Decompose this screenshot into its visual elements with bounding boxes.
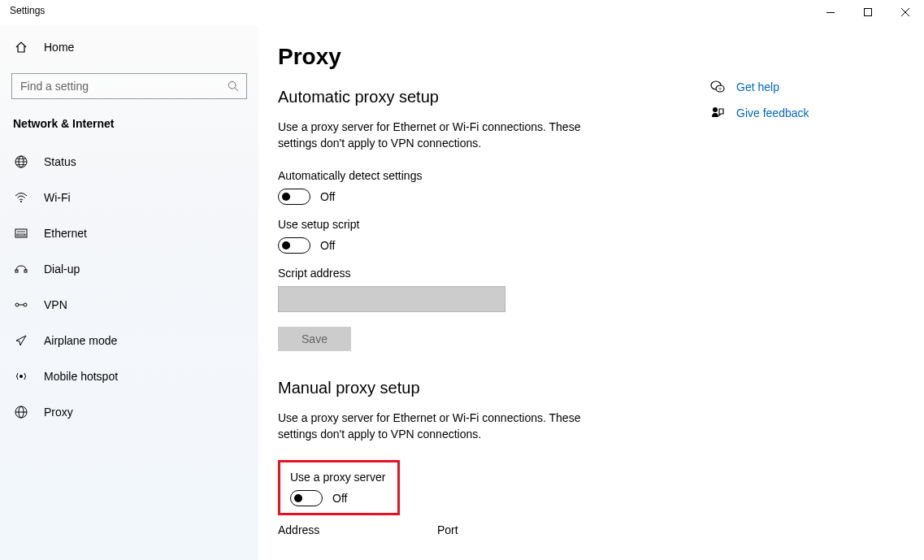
sidebar-item-label: Ethernet bbox=[44, 227, 87, 240]
svg-point-18 bbox=[713, 107, 718, 112]
svg-rect-8 bbox=[15, 270, 18, 272]
vpn-icon bbox=[13, 300, 29, 310]
content-area: Proxy Automatic proxy setup Use a proxy … bbox=[258, 26, 924, 560]
close-icon bbox=[901, 8, 909, 16]
category-title: Network & Internet bbox=[0, 112, 258, 135]
script-address-input bbox=[278, 286, 505, 312]
sidebar-item-airplane[interactable]: Airplane mode bbox=[0, 325, 258, 356]
minimize-icon bbox=[826, 12, 835, 13]
sidebar-item-label: Wi-Fi bbox=[44, 191, 71, 204]
manual-section-title: Manual proxy setup bbox=[278, 379, 701, 397]
sidebar-item-label: Status bbox=[44, 155, 76, 168]
window-controls bbox=[812, 0, 924, 24]
auto-section-title: Automatic proxy setup bbox=[278, 88, 701, 106]
feedback-link[interactable]: Give feedback bbox=[710, 106, 809, 120]
script-address-label: Script address bbox=[278, 267, 701, 280]
sidebar-item-label: VPN bbox=[44, 298, 67, 311]
feedback-icon bbox=[710, 106, 727, 120]
ethernet-icon bbox=[13, 228, 29, 238]
sidebar-item-wifi[interactable]: Wi-Fi bbox=[0, 182, 258, 213]
get-help-link[interactable]: ? Get help bbox=[710, 80, 809, 94]
airplane-icon bbox=[13, 334, 29, 347]
sidebar-item-label: Mobile hotspot bbox=[44, 370, 118, 383]
get-help-text: Get help bbox=[736, 80, 779, 93]
home-label: Home bbox=[44, 41, 74, 54]
svg-rect-6 bbox=[15, 229, 27, 237]
maximize-icon bbox=[864, 8, 872, 16]
chat-help-icon: ? bbox=[710, 80, 727, 94]
sidebar-item-proxy[interactable]: Proxy bbox=[0, 397, 258, 428]
maximize-button[interactable] bbox=[849, 0, 887, 24]
titlebar: Settings bbox=[0, 0, 924, 26]
detect-settings-state: Off bbox=[320, 190, 335, 203]
detect-settings-toggle[interactable] bbox=[278, 189, 310, 205]
use-proxy-toggle[interactable] bbox=[290, 490, 323, 506]
manual-section-desc: Use a proxy server for Ethernet or Wi-Fi… bbox=[278, 410, 619, 442]
port-label: Port bbox=[437, 523, 502, 536]
window-title: Settings bbox=[10, 5, 45, 16]
sidebar-item-vpn[interactable]: VPN bbox=[0, 289, 258, 320]
hotspot-icon bbox=[13, 370, 29, 383]
search-input[interactable] bbox=[11, 73, 247, 99]
setup-script-toggle[interactable] bbox=[278, 237, 310, 254]
use-proxy-label: Use a proxy server bbox=[290, 471, 388, 484]
svg-point-12 bbox=[20, 375, 23, 378]
svg-point-10 bbox=[15, 303, 19, 306]
page-title: Proxy bbox=[278, 44, 701, 70]
home-button[interactable]: Home bbox=[0, 33, 258, 62]
sidebar-item-label: Airplane mode bbox=[44, 334, 117, 347]
use-proxy-state: Off bbox=[332, 492, 347, 505]
address-label: Address bbox=[278, 523, 424, 536]
svg-rect-1 bbox=[865, 9, 872, 16]
sidebar-item-label: Dial-up bbox=[44, 263, 80, 276]
sidebar-item-hotspot[interactable]: Mobile hotspot bbox=[0, 361, 258, 392]
use-proxy-highlight: Use a proxy server Off bbox=[278, 460, 400, 515]
globe-icon bbox=[13, 155, 29, 168]
svg-rect-9 bbox=[24, 270, 27, 272]
sidebar-item-ethernet[interactable]: Ethernet bbox=[0, 218, 258, 249]
sidebar-item-dialup[interactable]: Dial-up bbox=[0, 254, 258, 284]
dialup-icon bbox=[13, 263, 29, 275]
home-icon bbox=[13, 41, 29, 54]
svg-point-5 bbox=[20, 201, 22, 202]
setup-script-label: Use setup script bbox=[278, 218, 701, 231]
setup-script-state: Off bbox=[320, 239, 335, 252]
close-button[interactable] bbox=[887, 0, 924, 24]
feedback-text: Give feedback bbox=[736, 106, 809, 119]
svg-rect-0 bbox=[826, 12, 835, 13]
detect-settings-label: Automatically detect settings bbox=[278, 169, 701, 182]
proxy-icon bbox=[13, 406, 29, 419]
wifi-icon bbox=[13, 191, 29, 204]
minimize-button[interactable] bbox=[812, 0, 849, 24]
sidebar-item-label: Proxy bbox=[44, 406, 73, 419]
sidebar-item-status[interactable]: Status bbox=[0, 146, 258, 177]
sidebar: Home Network & Internet Status Wi-Fi bbox=[0, 26, 258, 560]
auto-section-desc: Use a proxy server for Ethernet or Wi-Fi… bbox=[278, 119, 619, 151]
save-button: Save bbox=[278, 327, 351, 351]
svg-rect-7 bbox=[17, 234, 25, 236]
svg-point-11 bbox=[24, 303, 27, 306]
